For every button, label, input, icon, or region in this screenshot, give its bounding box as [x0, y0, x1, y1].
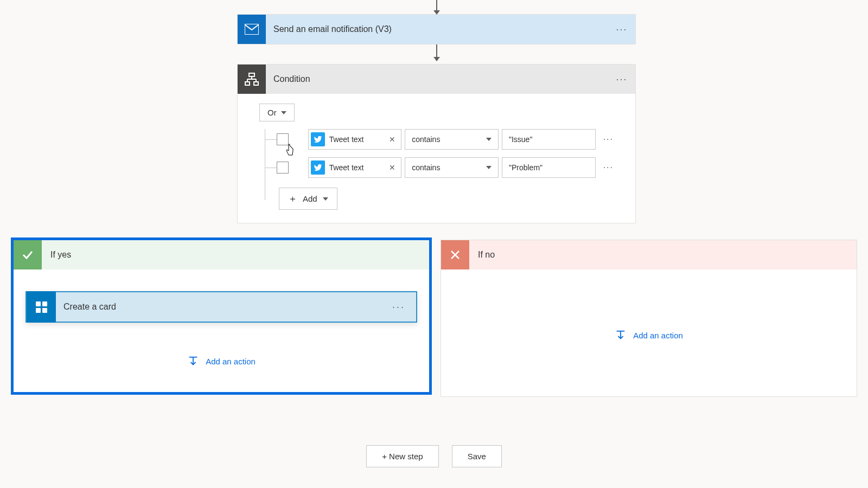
token-label: Tweet text	[329, 135, 388, 144]
twitter-icon	[311, 160, 325, 175]
row-menu[interactable]: ···	[603, 134, 614, 144]
operator-label: contains	[412, 135, 440, 144]
if-yes-title: If yes	[42, 250, 71, 260]
row-checkbox[interactable]	[277, 162, 289, 174]
value-input[interactable]: "Problem"	[502, 157, 596, 178]
add-action-icon	[615, 329, 627, 341]
if-yes-header[interactable]: If yes	[14, 240, 429, 269]
condition-menu[interactable]: ···	[614, 74, 635, 85]
email-icon	[238, 15, 266, 44]
flow-arrow-icon	[436, 44, 437, 61]
trello-icon	[27, 291, 56, 323]
save-button[interactable]: Save	[452, 445, 502, 467]
operator-select[interactable]: contains	[405, 129, 499, 150]
tree-line	[265, 139, 277, 140]
row-checkbox[interactable]	[277, 133, 289, 145]
tree-line	[265, 168, 277, 168]
svg-rect-7	[254, 82, 258, 85]
add-action-button[interactable]: Add an action	[25, 355, 417, 367]
plus-icon: ＋	[288, 192, 297, 205]
add-action-label: Add an action	[206, 357, 256, 366]
new-step-button[interactable]: + New step	[366, 445, 438, 467]
value-text: "Problem"	[509, 163, 542, 172]
chevron-down-icon	[323, 197, 328, 201]
create-card-action[interactable]: Create a card ···	[25, 291, 417, 323]
logic-operator-select[interactable]: Or	[259, 104, 295, 121]
svg-rect-6	[245, 82, 250, 85]
value-text: "Issue"	[509, 135, 532, 144]
if-no-title: If no	[469, 250, 495, 260]
svg-rect-1	[249, 73, 254, 76]
condition-title: Condition	[266, 74, 614, 84]
add-condition-button[interactable]: ＋ Add	[279, 188, 337, 210]
action-menu[interactable]: ···	[392, 301, 416, 313]
if-no-branch: If no Add an action	[441, 240, 857, 397]
flow-arrow-icon	[436, 0, 437, 14]
remove-token-icon[interactable]: ✕	[388, 163, 397, 172]
if-yes-branch: If yes Create a card ··· Add an action	[11, 237, 432, 395]
email-step-card[interactable]: Send an email notification (V3) ···	[237, 14, 636, 44]
close-icon	[441, 240, 469, 269]
condition-row: Tweet text ✕ contains "Problem" ···	[265, 157, 614, 178]
row-menu[interactable]: ···	[603, 163, 614, 172]
check-icon	[14, 240, 42, 269]
twitter-icon	[311, 132, 325, 146]
value-input[interactable]: "Issue"	[502, 129, 596, 150]
add-action-label: Add an action	[633, 331, 683, 340]
chevron-down-icon	[486, 166, 492, 169]
condition-row: Tweet text ✕ contains "Issue" ···	[265, 129, 614, 150]
chevron-down-icon	[281, 111, 286, 114]
action-title: Create a card	[56, 302, 392, 312]
add-action-icon	[187, 355, 199, 367]
email-step-menu[interactable]: ···	[614, 24, 635, 35]
remove-token-icon[interactable]: ✕	[388, 135, 397, 144]
email-step-title: Send an email notification (V3)	[266, 24, 614, 34]
add-label: Add	[303, 194, 317, 203]
condition-header[interactable]: Condition ···	[238, 65, 635, 94]
condition-icon	[238, 65, 266, 94]
chevron-down-icon	[486, 138, 492, 141]
operator-select[interactable]: contains	[405, 157, 499, 178]
token-label: Tweet text	[329, 163, 388, 172]
add-action-button[interactable]: Add an action	[453, 329, 845, 341]
logic-operator-label: Or	[267, 108, 277, 117]
condition-card: Condition ··· Or Tweet text	[237, 64, 636, 223]
condition-field-input[interactable]: Tweet text ✕	[308, 129, 402, 150]
condition-field-input[interactable]: Tweet text ✕	[308, 157, 402, 178]
if-no-header[interactable]: If no	[441, 240, 857, 269]
operator-label: contains	[412, 163, 440, 172]
